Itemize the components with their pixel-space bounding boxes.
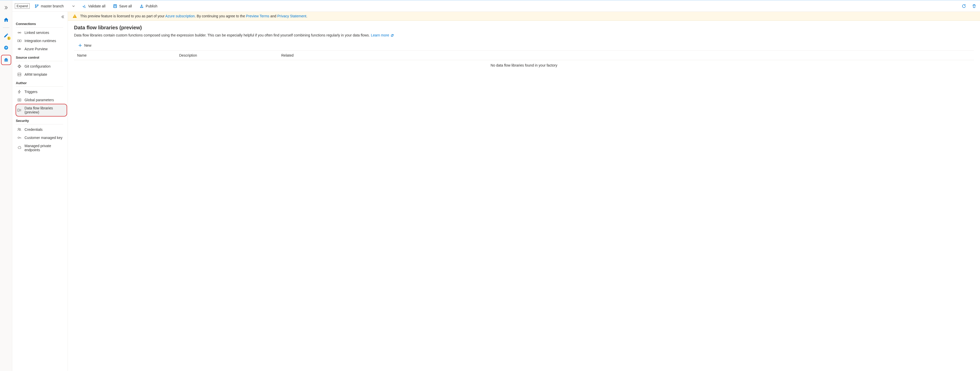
sidebar-item-managed-private-endpoints[interactable]: Managed private endpoints (16, 142, 67, 154)
svg-point-6 (37, 5, 38, 6)
table-empty-message: No data flow libraries found in your fac… (74, 60, 974, 70)
svg-point-24 (20, 128, 21, 130)
svg-point-21 (19, 100, 20, 101)
trash-icon (972, 4, 977, 8)
chevron-double-left-icon (61, 15, 65, 19)
branch-selector[interactable]: master branch (33, 3, 76, 9)
arm-icon (18, 73, 21, 76)
purview-icon (18, 47, 21, 51)
trigger-icon (18, 90, 21, 94)
branch-icon (35, 4, 39, 8)
sidebar-item-credentials[interactable]: Credentials (16, 125, 67, 133)
publish-icon (140, 4, 144, 8)
rail-author-button[interactable]: 1 (1, 30, 11, 41)
svg-rect-3 (5, 59, 7, 59)
warning-icon (73, 14, 77, 18)
group-source-control-title: Source control (16, 53, 68, 61)
page-description: Data flow libraries contain custom funct… (74, 33, 974, 37)
rail-monitor-button[interactable] (1, 43, 11, 53)
svg-point-23 (18, 128, 19, 130)
group-security-title: Security (16, 116, 68, 124)
git-icon (18, 64, 21, 68)
chevron-double-right-icon (4, 6, 8, 10)
plus-icon (78, 43, 82, 48)
group-connections-title: Connections (16, 19, 68, 27)
chevron-down-icon (72, 5, 75, 8)
rail-expand-button[interactable] (1, 3, 11, 13)
gauge-icon (3, 45, 9, 50)
column-related[interactable]: Related (281, 53, 971, 57)
svg-rect-22 (18, 109, 19, 111)
save-icon (113, 4, 117, 8)
banner-text: This preview feature is licensed to you … (80, 14, 307, 18)
author-badge: 1 (7, 36, 11, 40)
sidebar-item-label: Integration runtimes (24, 39, 56, 43)
ir-icon (18, 39, 21, 43)
publish-button[interactable]: Publish (138, 3, 159, 9)
publish-label: Publish (146, 4, 158, 8)
toolbox-icon (3, 57, 9, 62)
endpoint-icon (18, 146, 21, 150)
params-icon (18, 98, 21, 102)
validate-all-button[interactable]: Validate all (80, 3, 107, 9)
sidebar-item-integration-runtimes[interactable]: Integration runtimes (16, 37, 67, 45)
sidebar-item-label: Credentials (24, 127, 43, 132)
linked-icon (18, 30, 21, 35)
banner-preview-terms-link[interactable]: Preview Terms (246, 14, 269, 18)
settings-sidebar: Connections Linked services Integration … (12, 12, 68, 371)
svg-rect-20 (18, 99, 21, 101)
sidebar-item-arm-template[interactable]: ARM template (16, 70, 67, 79)
dfl-icon (18, 108, 21, 112)
sidebar-item-linked-services[interactable]: Linked services (16, 29, 67, 37)
svg-rect-27 (75, 17, 75, 17)
column-description[interactable]: Description (179, 53, 281, 57)
sidebar-item-global-parameters[interactable]: Global parameters (16, 96, 67, 104)
table-header-row: Name Description Related (74, 51, 974, 60)
checklist-icon (82, 4, 86, 8)
column-name[interactable]: Name (77, 53, 179, 57)
sidebar-item-label: Git configuration (24, 64, 51, 68)
banner-privacy-statement-link[interactable]: Privacy Statement (277, 14, 307, 18)
sidebar-item-label: Customer managed key (24, 136, 62, 140)
learn-more-link[interactable]: Learn more (371, 33, 393, 37)
sidebar-item-data-flow-libraries[interactable]: Data flow libraries (preview) (16, 104, 67, 116)
svg-rect-11 (140, 7, 143, 8)
validate-all-label: Validate all (88, 4, 105, 8)
rail-manage-button[interactable] (1, 55, 11, 65)
group-author-title: Author (16, 79, 68, 86)
content-area: This preview feature is licensed to you … (68, 12, 980, 371)
discard-button[interactable] (971, 3, 977, 10)
sidebar-item-label: ARM template (24, 73, 47, 76)
sidebar-item-label: Data flow libraries (preview) (24, 106, 65, 114)
banner-azure-subscription-link[interactable]: Azure subscription (165, 14, 195, 18)
svg-point-17 (19, 65, 20, 66)
svg-point-16 (19, 48, 20, 49)
refresh-button[interactable] (961, 3, 967, 10)
collapse-sidebar-button[interactable] (60, 14, 65, 19)
svg-rect-9 (115, 5, 116, 6)
sidebar-item-triggers[interactable]: Triggers (16, 88, 67, 96)
sidebar-item-customer-managed-key[interactable]: Customer managed key (16, 133, 67, 142)
rail-home-button[interactable] (1, 15, 11, 25)
sidebar-item-git-configuration[interactable]: Git configuration (16, 62, 67, 70)
save-all-button[interactable]: Save all (111, 3, 134, 9)
svg-rect-15 (20, 40, 21, 42)
preview-banner: This preview feature is licensed to you … (68, 12, 980, 21)
svg-point-25 (18, 137, 19, 138)
svg-point-18 (19, 67, 20, 67)
sidebar-item-label: Global parameters (24, 98, 54, 102)
expand-button[interactable]: Expand (15, 3, 30, 9)
save-all-label: Save all (119, 4, 132, 8)
svg-rect-14 (18, 40, 19, 42)
new-button[interactable]: New (76, 42, 94, 49)
sidebar-item-label: Azure Purview (24, 47, 48, 51)
toolbar: Expand master branch Validate all Save a… (12, 0, 980, 12)
svg-rect-4 (4, 60, 8, 60)
sidebar-item-azure-purview[interactable]: Azure Purview (16, 45, 67, 53)
sidebar-item-label: Linked services (24, 30, 49, 35)
svg-rect-26 (75, 16, 75, 17)
page-title: Data flow libraries (preview) (74, 25, 974, 30)
sidebar-item-label: Triggers (24, 90, 38, 94)
libraries-table: Name Description Related No data flow li… (74, 51, 974, 70)
left-rail: 1 (0, 0, 12, 371)
